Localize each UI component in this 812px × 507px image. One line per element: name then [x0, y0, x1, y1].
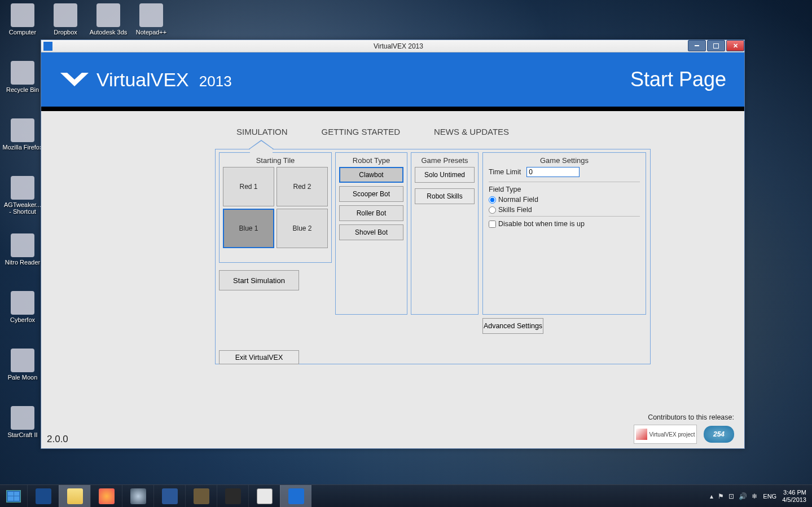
- nitro-icon: [11, 233, 34, 257]
- tile-blue2[interactable]: Blue 2: [276, 209, 328, 248]
- settings-body: Time Limit Field Type Normal Field Skill…: [483, 167, 646, 228]
- game-settings-panel: Game Settings Time Limit Field Type Norm…: [482, 152, 646, 315]
- desktop-icon-nitro[interactable]: Nitro Reader: [2, 232, 43, 273]
- tab-simulation[interactable]: SIMULATION: [236, 127, 288, 139]
- tray-icons: ▴ ⚑ ⊡ 🔊 ❄: [710, 492, 757, 500]
- taskbar-3dsmax[interactable]: [217, 485, 248, 508]
- titlebar[interactable]: VirtualVEX 2013: [41, 40, 744, 52]
- robot-scooper[interactable]: Scooper Bot: [339, 186, 403, 202]
- taskbar-apps: [27, 485, 311, 508]
- robot-clawbot[interactable]: Clawbot: [339, 167, 403, 183]
- field-type-label: Field Type: [489, 186, 640, 193]
- tab-news[interactable]: NEWS & UPDATES: [434, 127, 509, 139]
- starcraft-icon: [11, 406, 34, 430]
- logo-icon: [59, 69, 90, 90]
- logo: VirtualVEX 2013: [59, 69, 232, 91]
- tray-flag-icon[interactable]: ⚑: [718, 492, 724, 500]
- taskbar-gimp[interactable]: [185, 485, 217, 508]
- taskbar-virtualvex[interactable]: [280, 485, 311, 508]
- tray-clock[interactable]: 3:46 PM 4/5/2013: [782, 489, 806, 502]
- minimize-button[interactable]: [688, 40, 706, 51]
- simulation-body: Starting Tile Red 1 Red 2 Blue 1 Blue 2 …: [41, 149, 744, 386]
- tile-red2[interactable]: Red 2: [276, 167, 328, 206]
- desktop-icon-autodesk[interactable]: Autodesk 3ds: [88, 2, 129, 43]
- icon-label: Computer: [9, 29, 36, 36]
- preset-robot-skills[interactable]: Robot Skills: [415, 188, 475, 204]
- taskbar-word[interactable]: [153, 485, 185, 508]
- start-button[interactable]: [0, 485, 27, 508]
- contributors-label: Contributors to this release:: [634, 413, 734, 421]
- tools-icon: [11, 176, 34, 200]
- radio-normal-field-row[interactable]: Normal Field: [489, 196, 640, 204]
- explorer-icon: [67, 488, 83, 504]
- desktop-icon-starcraft[interactable]: StarCraft II: [2, 405, 43, 446]
- cyberfox-icon: [11, 291, 34, 315]
- tray-language[interactable]: ENG: [763, 493, 776, 500]
- taskbar-powershell[interactable]: [27, 485, 59, 508]
- active-tab-indicator: [250, 141, 273, 155]
- desktop-icon-palemoon[interactable]: Pale Moon: [2, 347, 43, 388]
- computer-icon: [11, 3, 34, 27]
- taskbar-firefox[interactable]: [90, 485, 122, 508]
- panel-title: Starting Tile: [220, 153, 331, 167]
- preset-list: Solo Untimed Robot Skills: [411, 167, 478, 204]
- gimp-icon: [194, 488, 209, 504]
- contributor-logos: VirtualVEX project 254: [634, 425, 734, 444]
- tray-snowflake-icon[interactable]: ❄: [752, 492, 757, 500]
- robot-type-panel: Robot Type Clawbot Scooper Bot Roller Bo…: [335, 152, 407, 315]
- close-button[interactable]: [726, 40, 744, 51]
- desktop-icon-dropbox[interactable]: Dropbox: [45, 2, 86, 43]
- desktop-icon-computer[interactable]: Computer: [2, 2, 43, 43]
- divider: [489, 182, 640, 182]
- icon-label: Dropbox: [54, 29, 77, 36]
- maximize-button[interactable]: [707, 40, 725, 51]
- autodesk-icon: [225, 488, 241, 504]
- app-name: VirtualVEX: [96, 69, 189, 91]
- radio-normal-field[interactable]: [489, 196, 496, 204]
- icon-label: Mozilla Firefox: [3, 144, 43, 151]
- contributors-area: Contributors to this release: VirtualVEX…: [634, 413, 734, 444]
- disable-bot-checkbox[interactable]: [489, 221, 496, 228]
- taskbar-unity[interactable]: [248, 485, 280, 508]
- tray-chevron-up-icon[interactable]: ▴: [710, 492, 713, 500]
- tray-volume-icon[interactable]: 🔊: [739, 492, 747, 500]
- icon-label: Recycle Bin: [6, 86, 39, 93]
- exit-button[interactable]: Exit VirtualVEX: [219, 350, 299, 364]
- desktop-icon-recycle-bin[interactable]: Recycle Bin: [2, 60, 43, 100]
- taskbar-explorer[interactable]: [59, 485, 90, 508]
- taskbar-palemoon[interactable]: [122, 485, 153, 508]
- app-window: VirtualVEX 2013 VirtualVEX 2013 Start Pa…: [41, 39, 745, 449]
- advanced-settings-button[interactable]: Advanced Settings: [482, 318, 543, 334]
- time-limit-label: Time Limit: [489, 168, 521, 176]
- preset-solo-untimed[interactable]: Solo Untimed: [415, 167, 475, 183]
- window-title: VirtualVEX 2013: [52, 42, 744, 50]
- palemoon-icon: [11, 349, 34, 372]
- robot-roller[interactable]: Roller Bot: [339, 205, 403, 221]
- app-content: VirtualVEX 2013 Start Page SIMULATION GE…: [41, 52, 744, 448]
- desktop-icon-cyberfox[interactable]: Cyberfox: [2, 290, 43, 330]
- starting-tile-panel: Starting Tile Red 1 Red 2 Blue 1 Blue 2: [219, 152, 332, 263]
- autodesk-icon: [96, 3, 120, 27]
- robot-shovel[interactable]: Shovel Bot: [339, 224, 403, 240]
- panel-title: Game Settings: [483, 153, 646, 167]
- desktop-icon-agtweaker[interactable]: AGTweaker... - Shortcut: [2, 175, 43, 215]
- notepadpp-icon: [139, 3, 163, 27]
- time-limit-input[interactable]: [526, 167, 580, 177]
- version-label: 2.0.0: [47, 434, 68, 445]
- tile-grid: Red 1 Red 2 Blue 1 Blue 2: [220, 167, 331, 248]
- desktop-icon-firefox[interactable]: Mozilla Firefox: [2, 117, 43, 158]
- tile-red1[interactable]: Red 1: [223, 167, 274, 206]
- tile-blue1[interactable]: Blue 1: [223, 209, 274, 248]
- radio-label: Normal Field: [498, 196, 538, 204]
- disable-bot-row[interactable]: Disable bot when time is up: [489, 220, 640, 228]
- app-icon: [43, 42, 52, 51]
- powershell-icon: [36, 488, 51, 504]
- radio-skills-field[interactable]: [489, 206, 496, 214]
- start-simulation-button[interactable]: Start Simulation: [219, 270, 299, 290]
- tray-network-icon[interactable]: ⊡: [728, 492, 734, 500]
- desktop-icon-notepadpp[interactable]: Notepad++: [131, 2, 172, 43]
- icon-label: Cyberfox: [10, 316, 35, 323]
- tab-getting-started[interactable]: GETTING STARTED: [322, 127, 400, 139]
- checkbox-label: Disable bot when time is up: [498, 220, 585, 228]
- radio-skills-field-row[interactable]: Skills Field: [489, 206, 640, 214]
